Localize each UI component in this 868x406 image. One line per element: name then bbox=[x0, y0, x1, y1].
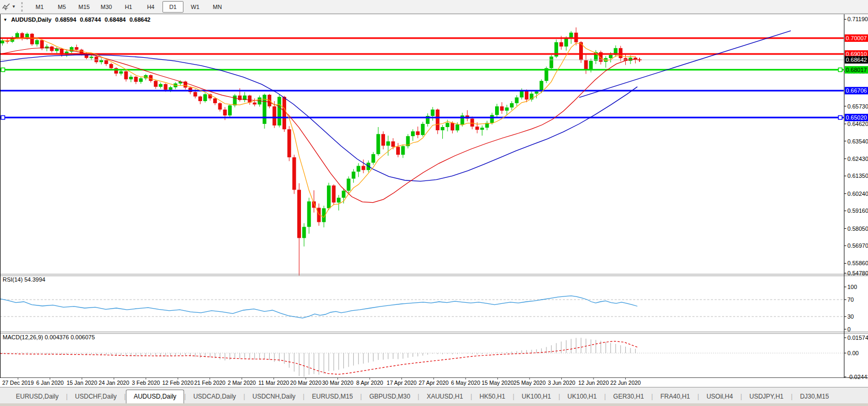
bear-candle bbox=[134, 77, 138, 82]
ohlc-close-value: 0.68642 bbox=[130, 16, 151, 23]
date-label: 27 Dec 2019 bbox=[2, 380, 34, 386]
chart-tab-uk100-h1[interactable]: UK100,H1 bbox=[514, 390, 558, 403]
timeframe-button-M1[interactable]: M1 bbox=[29, 1, 50, 13]
bear-candle bbox=[95, 57, 98, 62]
chart-tab-usdcnh-daily[interactable]: USDCNH,Daily bbox=[245, 390, 303, 403]
bear-candle bbox=[297, 190, 301, 238]
rsi-axis-label: 100 bbox=[847, 284, 857, 290]
chart-tab-eurusd-m15[interactable]: EURUSD,M15 bbox=[305, 390, 360, 403]
macd-axis-label: 0.00 bbox=[847, 350, 858, 356]
chart-tab-hk50-h1[interactable]: HK50,H1 bbox=[472, 390, 513, 403]
date-label: 20 Mar 2020 bbox=[290, 380, 322, 386]
date-label: 8 Apr 2020 bbox=[357, 380, 383, 386]
rsi-axis-label: 70 bbox=[847, 296, 854, 303]
chart-tab-bar: EURUSD,Daily|USDCHF,Daily|AUDUSD,Daily|U… bbox=[0, 387, 868, 403]
hline-badge-label: 0.68017 bbox=[846, 67, 867, 73]
chart-tab-usdchf-daily[interactable]: USDCHF,Daily bbox=[68, 390, 124, 403]
line-handle[interactable] bbox=[838, 115, 842, 119]
timeframe-button-M5[interactable]: M5 bbox=[51, 1, 72, 13]
chart-canvas: 0.711900.679200.657300.646200.635400.624… bbox=[0, 14, 868, 387]
bull-candle bbox=[421, 124, 425, 135]
bull-candle bbox=[589, 61, 593, 70]
bear-candle bbox=[332, 185, 335, 202]
date-label: 2 Mar 2020 bbox=[228, 380, 256, 386]
bull-candle bbox=[480, 128, 484, 130]
bear-candle bbox=[619, 48, 623, 58]
bull-candle bbox=[159, 84, 162, 87]
price-tick-label: 0.61350 bbox=[847, 173, 868, 179]
bear-candle bbox=[416, 131, 419, 135]
rsi-axis-label: 0 bbox=[847, 326, 851, 332]
date-label: 22 Jun 2020 bbox=[610, 380, 641, 386]
bull-candle bbox=[446, 123, 450, 127]
hline-badge-label: 0.70007 bbox=[846, 35, 867, 41]
bear-candle bbox=[470, 119, 474, 127]
timeframe-button-W1[interactable]: W1 bbox=[185, 1, 206, 13]
bear-candle bbox=[194, 92, 197, 96]
bull-candle bbox=[139, 78, 143, 82]
price-tick-label: 0.71190 bbox=[847, 16, 868, 22]
bear-candle bbox=[381, 134, 385, 146]
chart-tab-gbpusd-m30[interactable]: GBPUSD,M30 bbox=[362, 390, 417, 403]
bull-candle bbox=[228, 105, 232, 115]
bear-candle bbox=[114, 68, 118, 74]
price-tick-label: 0.59160 bbox=[847, 207, 868, 214]
bull-candle bbox=[609, 55, 613, 58]
bull-candle bbox=[129, 77, 133, 79]
chart-tab-uk100-h1[interactable]: UK100,H1 bbox=[560, 390, 604, 403]
timeframe-button-MN[interactable]: MN bbox=[207, 1, 228, 13]
bear-candle bbox=[104, 60, 108, 64]
chart-tab-eurusd-daily[interactable]: EURUSD,Daily bbox=[8, 390, 66, 403]
chart-tab-ger30-h1[interactable]: GER30,H1 bbox=[606, 390, 651, 403]
line-handle[interactable] bbox=[1, 68, 5, 71]
bull-candle bbox=[357, 166, 360, 172]
timeframe-button-D1[interactable]: D1 bbox=[162, 1, 184, 13]
tool-dropdown-caret-icon[interactable]: ▼ bbox=[12, 4, 16, 9]
bull-candle bbox=[628, 58, 632, 61]
bull-candle bbox=[119, 71, 123, 74]
timeframe-button-H4[interactable]: H4 bbox=[140, 1, 161, 13]
status-strip bbox=[0, 403, 868, 406]
date-label: 3 Feb 2020 bbox=[132, 380, 160, 386]
bull-candle bbox=[35, 40, 39, 44]
date-label: 24 Jan 2020 bbox=[98, 380, 129, 386]
date-label: 12 Jun 2020 bbox=[578, 380, 609, 386]
line-handle[interactable] bbox=[1, 115, 5, 119]
bear-candle bbox=[436, 110, 440, 130]
timeframe-button-H1[interactable]: H1 bbox=[118, 1, 139, 13]
bull-candle bbox=[352, 172, 355, 178]
bear-candle bbox=[213, 98, 217, 103]
chart-tab-dj30-m15[interactable]: DJ30,M15 bbox=[792, 390, 836, 403]
bear-candle bbox=[50, 47, 54, 51]
chart-header: ▼ AUDUSD,Daily 0.68594 0.68744 0.68484 0… bbox=[3, 16, 150, 23]
bull-candle bbox=[441, 127, 444, 130]
date-label: 3 Jun 2020 bbox=[548, 380, 575, 386]
chart-tab-audusd-daily[interactable]: AUDUSD,Daily bbox=[126, 390, 185, 404]
chart-collapse-caret-icon[interactable]: ▼ bbox=[3, 17, 7, 22]
bull-candle bbox=[233, 95, 236, 105]
chart-tab-xauusd-h1[interactable]: XAUUSD,H1 bbox=[419, 390, 471, 403]
bull-candle bbox=[401, 146, 405, 155]
date-label: 15 Jan 2020 bbox=[67, 380, 97, 386]
chart-tab-usdcad-daily[interactable]: USDCAD,Daily bbox=[186, 390, 243, 403]
chart-cursor-icon[interactable] bbox=[2, 3, 11, 11]
bear-candle bbox=[164, 84, 168, 90]
toolbar-grip-handle[interactable] bbox=[21, 2, 24, 12]
chart-tab-fra40-h1[interactable]: FRA40,H1 bbox=[653, 390, 697, 403]
date-label: 6 Jan 2020 bbox=[36, 380, 63, 386]
date-label: 17 Apr 2020 bbox=[387, 380, 417, 386]
bull-candle bbox=[411, 131, 415, 136]
chart-symbol-label: AUDUSD,Daily bbox=[11, 16, 51, 23]
timeframe-button-M15[interactable]: M15 bbox=[74, 1, 95, 13]
bull-candle bbox=[327, 185, 331, 208]
chart-tab-usoil-h4[interactable]: USOil,H4 bbox=[699, 390, 741, 403]
bear-candle bbox=[124, 71, 128, 79]
line-handle[interactable] bbox=[838, 68, 842, 71]
bull-candle bbox=[55, 49, 59, 51]
price-tick-label: 0.60240 bbox=[847, 191, 868, 197]
chart-tab-usdjpy-h1[interactable]: USDJPY,H1 bbox=[742, 390, 791, 403]
current-price-badge-label: 0.68642 bbox=[846, 57, 867, 63]
bear-candle bbox=[218, 103, 222, 110]
timeframe-button-M30[interactable]: M30 bbox=[96, 1, 117, 13]
macd-axis-label: -0.024412 bbox=[847, 374, 868, 380]
